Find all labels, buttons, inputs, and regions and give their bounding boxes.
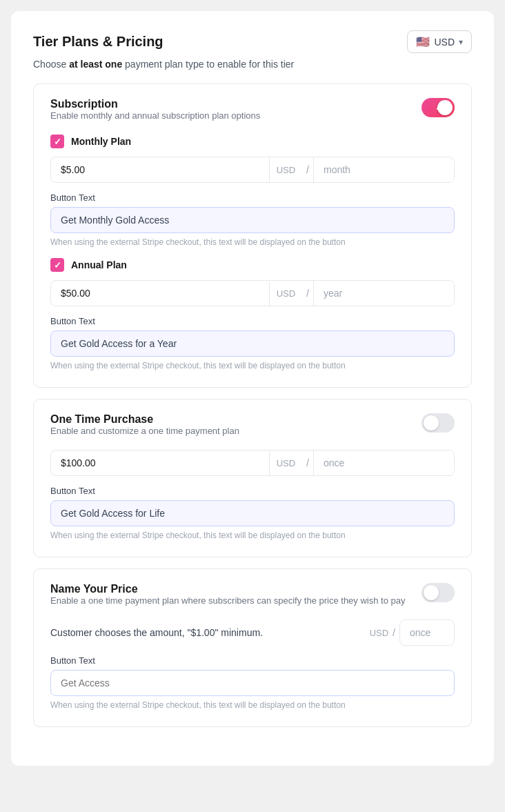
monthly-price-input[interactable]: [51, 157, 269, 182]
subscription-subtitle: Enable monthly and annual subscription p…: [50, 110, 260, 121]
one-time-title: One Time Purchase: [50, 413, 239, 426]
name-your-price-title-group: Name Your Price Enable a one time paymen…: [50, 583, 406, 617]
annual-plan-checkbox[interactable]: [50, 258, 64, 272]
page-title: Tier Plans & Pricing: [33, 34, 164, 50]
one-time-toggle[interactable]: ✕: [422, 413, 455, 433]
monthly-helper-text: When using the external Stripe checkout,…: [50, 237, 455, 247]
one-time-toggle-thumb: [424, 415, 439, 430]
annual-divider: /: [302, 281, 313, 306]
name-your-price-title: Name Your Price: [50, 583, 406, 595]
subscription-title-group: Subscription Enable monthly and annual s…: [50, 98, 260, 132]
name-your-price-section: Name Your Price Enable a one time paymen…: [33, 568, 472, 727]
one-time-section: One Time Purchase Enable and customize a…: [33, 399, 472, 557]
one-time-helper-text: When using the external Stripe checkout,…: [50, 531, 455, 540]
subscription-toggle[interactable]: ✓: [422, 98, 455, 117]
annual-price-row: USD /: [50, 280, 455, 306]
monthly-plan-checkbox[interactable]: [50, 135, 64, 148]
customer-amount-row: Customer chooses the amount, "$1.00" min…: [50, 620, 455, 646]
annual-plan-label: Annual Plan: [71, 259, 127, 270]
customer-amount-text: Customer chooses the amount, "$1.00" min…: [50, 627, 263, 638]
name-your-price-slash: /: [393, 627, 399, 638]
subtitle-end: payment plan type to enable for this tie…: [122, 59, 294, 70]
monthly-period-input[interactable]: [313, 157, 454, 182]
toggle-thumb: [437, 100, 453, 115]
monthly-button-text-input[interactable]: [50, 207, 455, 233]
one-time-header: One Time Purchase Enable and customize a…: [50, 413, 455, 447]
annual-period-input[interactable]: [313, 281, 454, 306]
currency-code: USD: [434, 37, 455, 48]
annual-price-input[interactable]: [51, 281, 269, 306]
page-header: Tier Plans & Pricing 🇺🇸 USD ▾: [33, 30, 472, 53]
name-your-price-currency: USD: [370, 628, 393, 638]
name-your-price-toggle-thumb: [424, 585, 439, 600]
chevron-down-icon: ▾: [459, 37, 463, 47]
one-time-subtitle: Enable and customize a one time payment …: [50, 426, 239, 436]
one-time-title-group: One Time Purchase Enable and customize a…: [50, 413, 239, 447]
name-your-price-subtitle: Enable a one time payment plan where sub…: [50, 595, 406, 606]
page-subtitle: Choose at least one payment plan type to…: [33, 59, 472, 70]
subscription-header: Subscription Enable monthly and annual s…: [50, 98, 455, 132]
one-time-button-text-label: Button Text: [50, 486, 455, 496]
subscription-title: Subscription: [50, 98, 260, 110]
monthly-currency-label: USD: [269, 158, 302, 182]
annual-helper-text: When using the external Stripe checkout,…: [50, 361, 455, 370]
subscription-section: Subscription Enable monthly and annual s…: [33, 83, 472, 388]
page-container: Tier Plans & Pricing 🇺🇸 USD ▾ Choose at …: [11, 11, 494, 766]
name-your-price-button-text-input[interactable]: [50, 670, 455, 696]
one-time-divider: /: [302, 450, 313, 475]
monthly-plan-row: Monthly Plan: [50, 135, 455, 148]
one-time-price-input[interactable]: [51, 450, 269, 475]
name-your-price-period: once: [399, 620, 455, 646]
one-time-price-row: USD /: [50, 450, 455, 476]
name-your-price-helper-text: When using the external Stripe checkout,…: [50, 700, 455, 710]
subtitle-bold: at least one: [69, 59, 122, 70]
monthly-button-text-label: Button Text: [50, 192, 455, 203]
one-time-period-input[interactable]: [313, 450, 454, 475]
name-your-price-toggle[interactable]: ✕: [422, 583, 455, 602]
annual-currency-label: USD: [269, 281, 302, 306]
currency-selector-button[interactable]: 🇺🇸 USD ▾: [407, 30, 472, 53]
annual-button-text-input[interactable]: [50, 330, 455, 357]
currency-flag-icon: 🇺🇸: [416, 35, 430, 48]
customer-amount-right: USD / once: [370, 620, 455, 646]
one-time-currency-label: USD: [269, 451, 302, 475]
one-time-button-text-input[interactable]: [50, 500, 455, 526]
monthly-divider: /: [302, 157, 313, 182]
monthly-price-row: USD /: [50, 157, 455, 183]
name-your-price-button-text-label: Button Text: [50, 655, 455, 666]
name-your-price-header: Name Your Price Enable a one time paymen…: [50, 583, 455, 617]
annual-button-text-label: Button Text: [50, 316, 455, 326]
annual-plan-row: Annual Plan: [50, 258, 455, 272]
monthly-plan-label: Monthly Plan: [71, 136, 131, 147]
subtitle-normal: Choose: [33, 59, 69, 70]
